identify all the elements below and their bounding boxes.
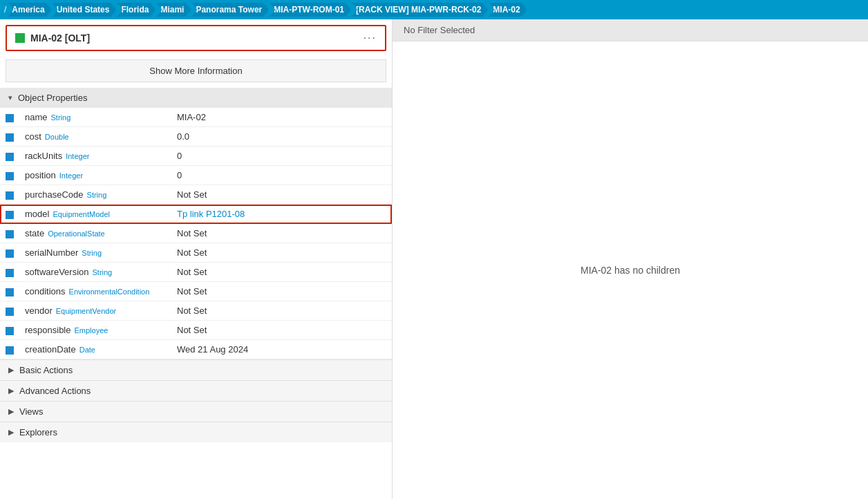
prop-value: Not Set bbox=[177, 247, 207, 258]
views-section[interactable]: ▶ Views bbox=[0, 401, 392, 422]
breadcrumb-item-america[interactable]: America bbox=[8, 3, 51, 17]
prop-type: String bbox=[51, 113, 71, 122]
breadcrumb-item-united-states[interactable]: United States bbox=[53, 3, 117, 17]
prop-type: Integer bbox=[59, 171, 83, 180]
prop-name: softwareVersion bbox=[25, 267, 89, 277]
prop-name: cost bbox=[25, 131, 41, 142]
right-panel: No Filter Selected MIA-02 has no childre… bbox=[393, 19, 868, 499]
prop-indicator bbox=[6, 153, 14, 161]
object-title: MIA-02 [OLT] bbox=[30, 32, 90, 44]
prop-value: Not Set bbox=[177, 267, 207, 277]
prop-indicator bbox=[6, 327, 14, 335]
prop-name: position bbox=[25, 170, 56, 180]
table-row: stateOperationalStateNot Set bbox=[0, 224, 392, 243]
breadcrumb: / America United States Florida Miami Pa… bbox=[0, 0, 868, 19]
breadcrumb-item-florida[interactable]: Florida bbox=[117, 3, 155, 17]
table-row: creationDateDateWed 21 Aug 2024 bbox=[0, 340, 392, 359]
prop-type: String bbox=[93, 268, 113, 276]
prop-value: Not Set bbox=[177, 325, 207, 335]
table-row: nameStringMIA-02 bbox=[0, 108, 392, 127]
table-row: rackUnitsInteger0 bbox=[0, 147, 392, 166]
chevron-down-icon: ▾ bbox=[8, 93, 12, 102]
prop-indicator bbox=[6, 172, 14, 180]
prop-value: Not Set bbox=[177, 228, 207, 238]
basic-actions-section[interactable]: ▶ Basic Actions bbox=[0, 359, 392, 380]
prop-type: Employee bbox=[75, 326, 108, 335]
chevron-right-icon: ▶ bbox=[8, 386, 14, 395]
prop-value: Not Set bbox=[177, 286, 207, 296]
chevron-right-icon: ▶ bbox=[8, 366, 14, 375]
table-row: purchaseCodeStringNot Set bbox=[0, 185, 392, 205]
prop-name: rackUnits bbox=[25, 151, 62, 161]
no-children-message: MIA-02 has no children bbox=[393, 41, 868, 499]
properties-table: nameStringMIA-02costDouble0.0rackUnitsIn… bbox=[0, 108, 392, 359]
advanced-actions-label: Advanced Actions bbox=[19, 386, 91, 396]
prop-type: Integer bbox=[66, 152, 89, 160]
table-row: softwareVersionStringNot Set bbox=[0, 263, 392, 282]
prop-indicator bbox=[6, 249, 14, 258]
prop-type: EnvironmentalCondition bbox=[69, 288, 150, 296]
prop-value: 0 bbox=[177, 151, 182, 161]
more-options-button[interactable]: ··· bbox=[364, 32, 377, 44]
prop-value: Wed 21 Aug 2024 bbox=[177, 344, 248, 355]
table-row: positionInteger0 bbox=[0, 166, 392, 185]
prop-name: purchaseCode bbox=[25, 189, 84, 200]
prop-name: serialNumber bbox=[25, 247, 78, 258]
explorers-section[interactable]: ▶ Explorers bbox=[0, 422, 392, 442]
prop-value: MIA-02 bbox=[177, 112, 206, 122]
prop-name: state bbox=[25, 228, 44, 238]
prop-indicator bbox=[6, 230, 14, 238]
table-row: conditionsEnvironmentalConditionNot Set bbox=[0, 282, 392, 301]
filter-bar: No Filter Selected bbox=[393, 19, 868, 41]
prop-indicator bbox=[6, 114, 14, 122]
prop-value: Not Set bbox=[177, 189, 207, 200]
breadcrumb-item-miami[interactable]: Miami bbox=[156, 3, 191, 17]
show-more-info-button[interactable]: Show More Information bbox=[6, 59, 386, 82]
explorers-label: Explorers bbox=[19, 427, 57, 437]
prop-type: Double bbox=[45, 133, 69, 141]
prop-value: 0.0 bbox=[177, 131, 189, 142]
views-label: Views bbox=[19, 406, 43, 417]
table-row: responsibleEmployeeNot Set bbox=[0, 321, 392, 340]
prop-indicator bbox=[6, 133, 14, 142]
prop-name: vendor bbox=[25, 305, 53, 316]
prop-indicator bbox=[6, 191, 14, 200]
prop-name: responsible bbox=[25, 325, 71, 335]
prop-indicator bbox=[6, 346, 14, 355]
table-row: modelEquipmentModelTp link P1201-08 bbox=[0, 205, 392, 224]
chevron-right-icon: ▶ bbox=[8, 428, 14, 437]
prop-type: String bbox=[82, 249, 102, 257]
basic-actions-label: Basic Actions bbox=[19, 365, 73, 375]
chevron-right-icon: ▶ bbox=[8, 407, 14, 416]
object-header: MIA-02 [OLT] ··· bbox=[6, 25, 386, 51]
prop-indicator bbox=[6, 288, 14, 296]
status-indicator bbox=[15, 33, 25, 43]
prop-type: String bbox=[87, 191, 107, 199]
left-panel: MIA-02 [OLT] ··· Show More Information ▾… bbox=[0, 19, 393, 499]
prop-value[interactable]: Tp link P1201-08 bbox=[177, 209, 245, 219]
prop-name: creationDate bbox=[25, 344, 76, 355]
prop-indicator bbox=[6, 211, 14, 219]
prop-type: EquipmentModel bbox=[53, 210, 110, 218]
breadcrumb-item-panorama-tower[interactable]: Panorama Tower bbox=[191, 3, 269, 17]
advanced-actions-section[interactable]: ▶ Advanced Actions bbox=[0, 380, 392, 401]
prop-type: OperationalState bbox=[48, 229, 105, 238]
prop-value: 0 bbox=[177, 170, 182, 180]
prop-indicator bbox=[6, 269, 14, 277]
breadcrumb-root-sep: / bbox=[4, 5, 6, 15]
prop-value: Not Set bbox=[177, 305, 207, 316]
table-row: vendorEquipmentVendorNot Set bbox=[0, 301, 392, 321]
prop-type: Date bbox=[79, 346, 95, 354]
breadcrumb-item-mia-ptw-rom-01[interactable]: MIA-PTW-ROM-01 bbox=[270, 3, 351, 17]
breadcrumb-item-mia-02[interactable]: MIA-02 bbox=[489, 3, 527, 17]
prop-name: conditions bbox=[25, 286, 66, 296]
prop-name: name bbox=[25, 112, 48, 122]
table-row: costDouble0.0 bbox=[0, 127, 392, 147]
prop-indicator bbox=[6, 308, 14, 316]
object-properties-label: Object Properties bbox=[18, 93, 87, 103]
object-properties-section-header[interactable]: ▾ Object Properties bbox=[0, 88, 392, 108]
prop-type: EquipmentVendor bbox=[56, 307, 116, 315]
prop-name: model bbox=[25, 209, 49, 219]
breadcrumb-item-rack-view[interactable]: [RACK VIEW] MIA-PWR-RCK-02 bbox=[352, 3, 488, 17]
table-row: serialNumberStringNot Set bbox=[0, 243, 392, 263]
